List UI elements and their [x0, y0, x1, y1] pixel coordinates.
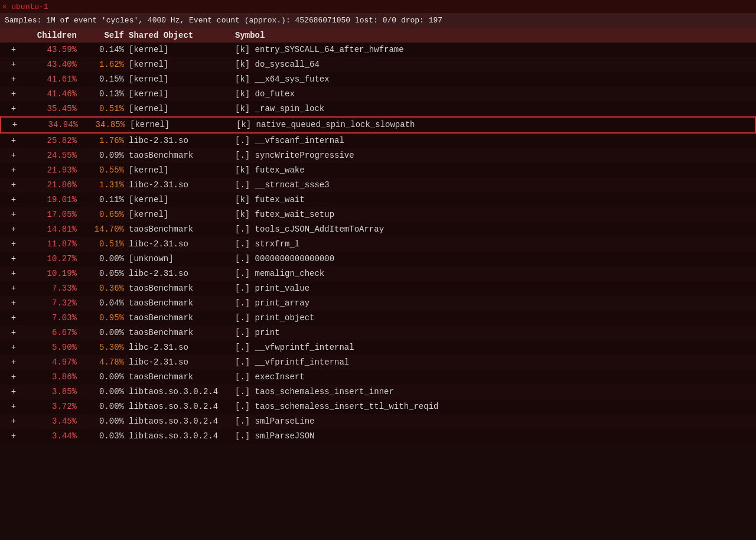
self-pct: 0.00%	[82, 253, 129, 265]
self-pct: 5.30%	[82, 341, 129, 354]
expand-icon[interactable]: +	[5, 44, 22, 56]
children-pct: 4.97%	[22, 356, 82, 369]
table-row[interactable]: + 7.33% 0.36% taosBenchmark [.] print_va…	[0, 281, 756, 296]
sym-type-tag: [.]	[235, 387, 250, 396]
table-row[interactable]: + 7.03% 0.95% taosBenchmark [.] print_ob…	[0, 311, 756, 326]
table-row[interactable]: + 3.86% 0.00% taosBenchmark [.] execInse…	[0, 370, 756, 385]
shared-object: [kernel]	[129, 73, 235, 86]
shared-object: libtaos.so.3.0.2.4	[129, 401, 235, 413]
expand-icon[interactable]: +	[5, 73, 22, 86]
table-row[interactable]: + 4.97% 4.78% libc-2.31.so [.] __vfprint…	[0, 355, 756, 370]
sym-type-tag: [.]	[235, 343, 250, 352]
table-row[interactable]: + 10.27% 0.00% [unknown] [.] 00000000000…	[0, 252, 756, 266]
symbol-name: [.] strxfrm_l	[235, 238, 751, 251]
symbol-name: [.] print_array	[235, 297, 751, 310]
symbol-name: [k] __x64_sys_futex	[235, 73, 751, 86]
expand-icon[interactable]: +	[5, 282, 22, 295]
shared-object: libc-2.31.so	[129, 179, 235, 191]
table-row[interactable]: + 21.93% 0.55% [kernel] [k] futex_wake	[0, 163, 756, 178]
sym-type-tag: [.]	[235, 254, 250, 264]
sym-type-tag: [k]	[235, 195, 250, 204]
table-row[interactable]: + 41.46% 0.13% [kernel] [k] do_futex	[0, 87, 756, 102]
title-bar: ✕ ubuntu-1	[0, 0, 756, 13]
symbol-name: [k] native_queued_spin_lock_slowpath	[236, 119, 750, 131]
table-row[interactable]: + 3.72% 0.00% libtaos.so.3.0.2.4 [.] tao…	[0, 399, 756, 414]
table-row[interactable]: + 34.94% 34.85% [kernel] [k] native_queu…	[0, 116, 756, 134]
table-row[interactable]: + 21.86% 1.31% libc-2.31.so [.] __strnca…	[0, 178, 756, 193]
expand-icon[interactable]: +	[5, 312, 22, 324]
table-row[interactable]: + 3.45% 0.00% libtaos.so.3.0.2.4 [.] sml…	[0, 414, 756, 429]
sym-type-tag: [k]	[235, 74, 250, 84]
expand-icon[interactable]: +	[5, 430, 22, 443]
table-row[interactable]: + 17.05% 0.65% [kernel] [k] futex_wait_s…	[0, 207, 756, 222]
expand-icon[interactable]: +	[6, 119, 24, 131]
expand-icon[interactable]: +	[5, 356, 22, 369]
symbol-name: [.] __vfwprintf_internal	[235, 341, 751, 354]
sym-type-tag: [.]	[235, 180, 250, 190]
children-pct: 3.45%	[22, 415, 82, 428]
symbol-name: [k] futex_wait	[235, 194, 751, 206]
expand-icon[interactable]: +	[5, 415, 22, 428]
table-row[interactable]: + 6.67% 0.00% taosBenchmark [.] print	[0, 326, 756, 340]
expand-icon[interactable]: +	[5, 164, 22, 177]
self-pct: 0.95%	[82, 312, 129, 324]
expand-icon[interactable]: +	[5, 179, 22, 191]
expand-icon[interactable]: +	[5, 58, 22, 71]
table-row[interactable]: + 7.32% 0.04% taosBenchmark [.] print_ar…	[0, 296, 756, 311]
col-header-symbol: Symbol	[235, 31, 751, 40]
self-pct: 0.36%	[82, 282, 129, 295]
symbol-name: [.] tools_cJSON_AddItemToArray	[235, 223, 751, 236]
self-pct: 0.51%	[82, 103, 129, 115]
col-header-shared: Shared Object	[129, 31, 235, 40]
table-row[interactable]: + 43.40% 1.62% [kernel] [k] do_syscall_6…	[0, 57, 756, 72]
table-row[interactable]: + 5.90% 5.30% libc-2.31.so [.] __vfwprin…	[0, 340, 756, 355]
expand-icon[interactable]: +	[5, 371, 22, 383]
expand-icon[interactable]: +	[5, 327, 22, 339]
expand-icon[interactable]: +	[5, 401, 22, 413]
shared-object: [kernel]	[129, 164, 235, 177]
expand-icon[interactable]: +	[5, 268, 22, 280]
children-pct: 35.45%	[22, 103, 82, 115]
shared-object: taosBenchmark	[129, 371, 235, 383]
self-pct: 0.13%	[82, 88, 129, 100]
table-row[interactable]: + 24.55% 0.09% taosBenchmark [.] syncWri…	[0, 148, 756, 163]
expand-icon[interactable]: +	[5, 341, 22, 354]
expand-icon[interactable]: +	[5, 194, 22, 206]
shared-object: taosBenchmark	[129, 149, 235, 162]
expand-icon[interactable]: +	[5, 223, 22, 236]
expand-icon[interactable]: +	[5, 386, 22, 398]
table-row[interactable]: + 43.59% 0.14% [kernel] [k] entry_SYSCAL…	[0, 43, 756, 57]
expand-icon[interactable]: +	[5, 88, 22, 100]
sym-type-tag: [k]	[235, 210, 250, 219]
shared-object: [kernel]	[129, 88, 235, 100]
table-row[interactable]: + 10.19% 0.05% libc-2.31.so [.] memalign…	[0, 266, 756, 281]
table-row[interactable]: + 41.61% 0.15% [kernel] [k] __x64_sys_fu…	[0, 72, 756, 87]
shared-object: [kernel]	[130, 119, 236, 131]
expand-icon[interactable]: +	[5, 209, 22, 221]
expand-icon[interactable]: +	[5, 103, 22, 115]
table-row[interactable]: + 19.01% 0.11% [kernel] [k] futex_wait	[0, 193, 756, 207]
expand-icon[interactable]: +	[5, 149, 22, 162]
expand-icon[interactable]: +	[5, 253, 22, 265]
self-pct: 1.31%	[82, 179, 129, 191]
shared-object: taosBenchmark	[129, 282, 235, 295]
shared-object: [kernel]	[129, 44, 235, 56]
sym-type-tag: [.]	[235, 328, 250, 337]
table-row[interactable]: + 3.85% 0.00% libtaos.so.3.0.2.4 [.] tao…	[0, 385, 756, 399]
table-row[interactable]: + 3.44% 0.03% libtaos.so.3.0.2.4 [.] sml…	[0, 429, 756, 444]
table-row[interactable]: + 35.45% 0.51% [kernel] [k] _raw_spin_lo…	[0, 102, 756, 116]
expand-icon[interactable]: +	[5, 297, 22, 310]
self-pct: 4.78%	[82, 356, 129, 369]
symbol-name: [.] __vfscanf_internal	[235, 135, 751, 147]
self-pct: 1.76%	[82, 135, 129, 147]
close-icon[interactable]: ✕	[2, 2, 6, 11]
self-pct: 0.14%	[82, 44, 129, 56]
table-row[interactable]: + 25.82% 1.76% libc-2.31.so [.] __vfscan…	[0, 134, 756, 148]
self-pct: 0.09%	[82, 149, 129, 162]
shared-object: libtaos.so.3.0.2.4	[129, 386, 235, 398]
table-row[interactable]: + 11.87% 0.51% libc-2.31.so [.] strxfrm_…	[0, 237, 756, 252]
expand-icon[interactable]: +	[5, 135, 22, 147]
expand-icon[interactable]: +	[5, 238, 22, 251]
table-row[interactable]: + 14.81% 14.70% taosBenchmark [.] tools_…	[0, 222, 756, 237]
tab-label[interactable]: ubuntu-1	[11, 2, 48, 11]
